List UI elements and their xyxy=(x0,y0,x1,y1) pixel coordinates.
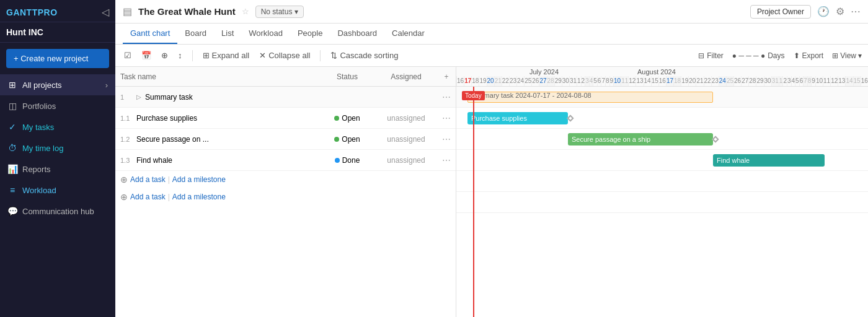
collapse-icon: ✕ xyxy=(259,51,266,60)
task-assigned-cell: unassigned xyxy=(375,114,437,123)
chart-body: Summary task 2024-07-17 - 2024-08-08Toda… xyxy=(456,87,868,317)
sidebar-item-portfolios[interactable]: ◫Portfolios xyxy=(0,95,115,116)
chart-panel: July 2024August 202416171819202122232425… xyxy=(456,67,868,317)
day-cell: 10 xyxy=(613,76,621,86)
tab-gantt[interactable]: Gantt chart xyxy=(123,24,177,44)
task-row-1-2[interactable]: 1.2 Secure passage on ... Open unassigne… xyxy=(115,129,456,150)
th-add[interactable]: + xyxy=(437,70,456,84)
secure-passage-bar[interactable]: Secure passage on a ship xyxy=(568,133,713,145)
connector-2 xyxy=(712,136,719,142)
sidebar-item-communication-hub[interactable]: 💬Communication hub xyxy=(0,201,115,222)
settings-icon[interactable]: ⚙ xyxy=(836,6,844,17)
task-status-cell: Open xyxy=(319,114,375,123)
add-column-btn[interactable]: ⊕ xyxy=(159,50,170,61)
checkbox-tool-btn[interactable]: ☑ xyxy=(122,50,134,61)
purchase-supplies-bar[interactable]: Purchase supplies xyxy=(467,112,568,124)
day-cell: 25 xyxy=(726,76,733,86)
tab-people[interactable]: People xyxy=(290,24,330,44)
create-project-button[interactable]: + Create new project xyxy=(6,49,109,68)
add-circle-icon: ⊕ xyxy=(120,175,128,185)
task-row-summary[interactable]: 1 ▷ Summary task ⋯ xyxy=(115,87,456,108)
task-assigned-cell: unassigned xyxy=(375,156,437,165)
find-whale-bar[interactable]: Find whale xyxy=(713,154,825,167)
expand-icon: ⊞ xyxy=(203,51,210,60)
day-cell: 26 xyxy=(733,76,741,86)
task-more-btn[interactable]: ⋯ xyxy=(437,134,456,144)
task-more-btn[interactable]: ⋯ xyxy=(437,113,456,123)
august-label: August 2024 xyxy=(635,67,678,77)
day-cell: 31 xyxy=(569,76,577,86)
day-cell: 29 xyxy=(756,76,763,86)
expand-icon[interactable]: ▷ xyxy=(136,93,141,100)
task-more-btn[interactable]: ⋯ xyxy=(437,92,456,102)
tab-board[interactable]: Board xyxy=(177,24,214,44)
day-cell: 30 xyxy=(562,76,569,86)
day-cell: 26 xyxy=(531,76,539,86)
my-time-log-icon: ⏱ xyxy=(7,143,17,153)
add-circle-icon-outer: ⊕ xyxy=(120,192,128,202)
task-name-text: Find whale xyxy=(136,156,172,165)
status-dot xyxy=(334,137,339,142)
export-label: Export xyxy=(802,51,824,60)
sidebar-item-my-time-log[interactable]: ⏱My time log xyxy=(0,137,115,158)
chart-row-add-outer xyxy=(456,192,868,213)
tab-list[interactable]: List xyxy=(214,24,241,44)
tab-dashboard[interactable]: Dashboard xyxy=(330,24,384,44)
status-chevron: ▾ xyxy=(294,7,298,16)
day-cell: 21 xyxy=(696,76,703,86)
more-options-icon[interactable]: ⋯ xyxy=(851,6,861,17)
export-icon: ⬆ xyxy=(794,51,800,60)
day-cell: 16 xyxy=(456,76,464,86)
sidebar-item-all-projects[interactable]: ⊞All projects› xyxy=(0,74,115,95)
day-cell: 16 xyxy=(658,76,666,86)
day-cell: 15 xyxy=(853,76,861,86)
task-name-cell: 1.2 Secure passage on ... xyxy=(115,132,319,146)
project-owner-button[interactable]: Project Owner xyxy=(750,5,811,19)
add-task-link[interactable]: Add a task xyxy=(130,175,166,184)
status-badge[interactable]: No status ▾ xyxy=(255,6,304,18)
row-num: 1.3 xyxy=(120,157,133,164)
view-icon: ⊞ xyxy=(832,51,838,60)
day-cell: 18 xyxy=(673,76,681,86)
task-name-text: Secure passage on ... xyxy=(136,135,209,144)
toolbar-right: ⊟ Filter ● ─ ─ ─ ● Days ⬆ Export ⊞ View … xyxy=(694,50,862,61)
day-cell: 15 xyxy=(651,76,658,86)
tab-calendar[interactable]: Calendar xyxy=(384,24,432,44)
add-task-link-outer[interactable]: Add a task xyxy=(130,193,166,201)
sidebar-collapse-btn[interactable]: ◁ xyxy=(102,6,109,18)
star-icon[interactable]: ☆ xyxy=(242,7,249,16)
calendar-tool-btn[interactable]: 📅 xyxy=(139,50,154,61)
day-cell: 20 xyxy=(487,76,494,86)
task-row-1-3[interactable]: 1.3 Find whale Done unassigned ⋯ xyxy=(115,150,456,171)
expand-all-btn[interactable]: ⊞ Expand all xyxy=(200,50,252,61)
filter-label: Filter xyxy=(707,51,724,60)
day-cell: 21 xyxy=(494,76,502,86)
sidebar-label-my-time-log: My time log xyxy=(22,144,63,153)
task-more-btn[interactable]: ⋯ xyxy=(437,155,456,165)
cascade-sorting-btn[interactable]: ⇅ Cascade sorting xyxy=(328,50,401,61)
connector-1 xyxy=(567,115,574,121)
topbar-right-actions: Project Owner 🕐 ⚙ ⋯ xyxy=(750,5,861,19)
day-cell: 12 xyxy=(628,76,636,86)
add-milestone-link-outer[interactable]: Add a milestone xyxy=(172,193,226,201)
day-cell: 11 xyxy=(823,76,830,86)
day-cell: 19 xyxy=(681,76,688,86)
sidebar-item-my-tasks[interactable]: ✓My tasks xyxy=(0,116,115,137)
export-btn[interactable]: ⬆ Export xyxy=(790,50,828,61)
sidebar-item-reports[interactable]: 📊Reports xyxy=(0,158,115,180)
cascade-icon: ⇅ xyxy=(330,51,337,60)
tab-workload[interactable]: Workload xyxy=(241,24,290,44)
sort-btn[interactable]: ↕ xyxy=(175,50,185,61)
view-btn[interactable]: ⊞ View ▾ xyxy=(832,51,862,60)
sidebar-label-portfolios: Portfolios xyxy=(22,102,56,111)
filter-btn[interactable]: ⊟ Filter xyxy=(694,50,727,61)
app-logo: GANTTPRO xyxy=(6,7,58,17)
task-row-1-1[interactable]: 1.1 Purchase supplies Open unassigned ⋯ xyxy=(115,108,456,129)
sidebar-label-all-projects: All projects xyxy=(22,80,62,90)
day-cell: 18 xyxy=(471,76,479,86)
sidebar-item-workload[interactable]: ≡Workload xyxy=(0,180,115,201)
add-milestone-link[interactable]: Add a milestone xyxy=(172,175,226,184)
history-icon[interactable]: 🕐 xyxy=(817,6,830,17)
task-name-cell-summary: 1 ▷ Summary task xyxy=(115,90,319,104)
collapse-all-btn[interactable]: ✕ Collapse all xyxy=(257,50,312,61)
